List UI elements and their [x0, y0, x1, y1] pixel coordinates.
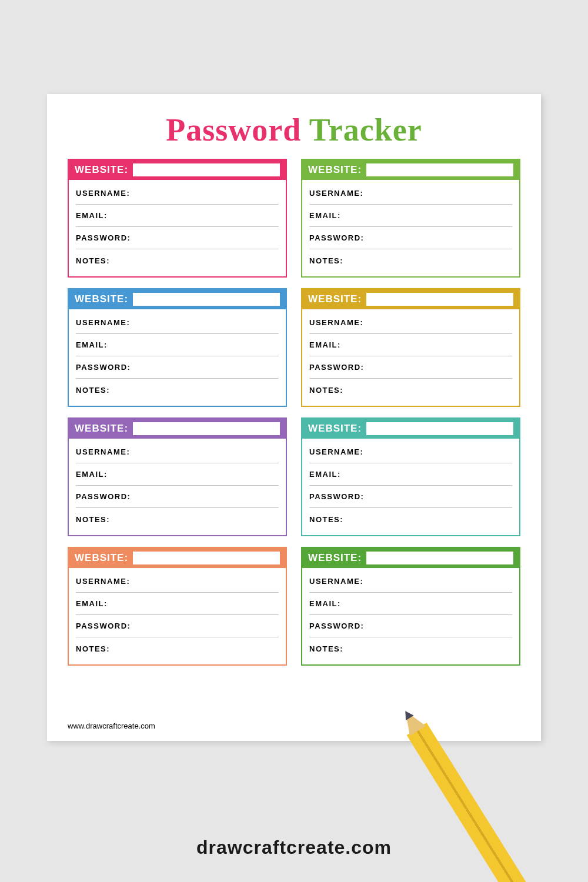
email-field[interactable]: EMAIL:	[76, 205, 279, 227]
email-field[interactable]: EMAIL:	[76, 334, 279, 356]
website-label: WEBSITE:	[308, 164, 362, 176]
password-field[interactable]: PASSWORD:	[309, 615, 512, 637]
username-field[interactable]: USERNAME:	[76, 182, 279, 205]
email-field[interactable]: EMAIL:	[76, 593, 279, 615]
card-body: USERNAME:EMAIL:PASSWORD:NOTES:	[69, 309, 286, 406]
notes-label: NOTES:	[309, 644, 343, 653]
notes-field[interactable]: NOTES:	[76, 379, 279, 401]
website-input[interactable]	[133, 422, 280, 435]
username-field[interactable]: USERNAME:	[309, 441, 512, 463]
username-label: USERNAME:	[76, 577, 130, 586]
email-label: EMAIL:	[309, 599, 341, 608]
password-card: WEBSITE:USERNAME:EMAIL:PASSWORD:NOTES:	[68, 159, 287, 278]
notes-label: NOTES:	[76, 386, 110, 395]
password-label: PASSWORD:	[309, 492, 364, 501]
username-field[interactable]: USERNAME:	[76, 570, 279, 593]
website-label: WEBSITE:	[308, 552, 362, 564]
website-label: WEBSITE:	[75, 164, 128, 176]
username-field[interactable]: USERNAME:	[309, 570, 512, 593]
password-label: PASSWORD:	[309, 622, 364, 630]
password-card: WEBSITE:USERNAME:EMAIL:PASSWORD:NOTES:	[301, 159, 520, 278]
card-header: WEBSITE:	[69, 160, 286, 180]
email-label: EMAIL:	[76, 599, 108, 608]
username-field[interactable]: USERNAME:	[309, 182, 512, 205]
password-label: PASSWORD:	[309, 363, 364, 372]
email-field[interactable]: EMAIL:	[309, 334, 512, 356]
password-field[interactable]: PASSWORD:	[309, 486, 512, 508]
username-label: USERNAME:	[309, 447, 363, 456]
password-card: WEBSITE:USERNAME:EMAIL:PASSWORD:NOTES:	[68, 288, 287, 407]
card-body: USERNAME:EMAIL:PASSWORD:NOTES:	[302, 180, 519, 276]
password-field[interactable]: PASSWORD:	[309, 356, 512, 379]
title-word-1: Password	[166, 112, 301, 148]
notes-field[interactable]: NOTES:	[76, 637, 279, 660]
email-field[interactable]: EMAIL:	[309, 593, 512, 615]
website-input[interactable]	[133, 163, 280, 176]
website-label: WEBSITE:	[75, 423, 128, 435]
card-header: WEBSITE:	[302, 289, 519, 309]
email-label: EMAIL:	[76, 340, 108, 349]
password-label: PASSWORD:	[76, 363, 131, 372]
email-label: EMAIL:	[76, 470, 108, 479]
password-card: WEBSITE:USERNAME:EMAIL:PASSWORD:NOTES:	[301, 417, 520, 536]
notes-field[interactable]: NOTES:	[309, 637, 512, 660]
notes-field[interactable]: NOTES:	[76, 508, 279, 530]
notes-label: NOTES:	[76, 644, 110, 653]
notes-label: NOTES:	[76, 515, 110, 524]
footer-url: www.drawcraftcreate.com	[68, 721, 155, 730]
email-label: EMAIL:	[309, 470, 341, 479]
website-input[interactable]	[133, 552, 280, 564]
website-input[interactable]	[366, 293, 513, 306]
password-card: WEBSITE:USERNAME:EMAIL:PASSWORD:NOTES:	[301, 288, 520, 407]
website-input[interactable]	[366, 163, 513, 176]
worksheet-page: Password Tracker WEBSITE:USERNAME:EMAIL:…	[47, 94, 541, 741]
username-label: USERNAME:	[76, 447, 130, 456]
password-field[interactable]: PASSWORD:	[76, 486, 279, 508]
username-label: USERNAME:	[76, 189, 130, 198]
username-field[interactable]: USERNAME:	[76, 441, 279, 463]
card-body: USERNAME:EMAIL:PASSWORD:NOTES:	[69, 568, 286, 664]
password-field[interactable]: PASSWORD:	[76, 227, 279, 249]
email-label: EMAIL:	[309, 211, 341, 220]
notes-field[interactable]: NOTES:	[76, 249, 279, 272]
email-label: EMAIL:	[76, 211, 108, 220]
email-field[interactable]: EMAIL:	[76, 463, 279, 486]
brand-watermark: drawcraftcreate.com	[0, 837, 588, 858]
username-field[interactable]: USERNAME:	[76, 312, 279, 334]
password-field[interactable]: PASSWORD:	[76, 615, 279, 637]
website-input[interactable]	[133, 293, 280, 306]
card-header: WEBSITE:	[69, 548, 286, 568]
notes-label: NOTES:	[309, 256, 343, 265]
email-label: EMAIL:	[309, 340, 341, 349]
notes-label: NOTES:	[76, 256, 110, 265]
card-header: WEBSITE:	[69, 289, 286, 309]
website-label: WEBSITE:	[308, 293, 362, 305]
password-label: PASSWORD:	[309, 233, 364, 242]
email-field[interactable]: EMAIL:	[309, 205, 512, 227]
password-card: WEBSITE:USERNAME:EMAIL:PASSWORD:NOTES:	[68, 417, 287, 536]
email-field[interactable]: EMAIL:	[309, 463, 512, 486]
password-label: PASSWORD:	[76, 233, 131, 242]
password-field[interactable]: PASSWORD:	[76, 356, 279, 379]
password-field[interactable]: PASSWORD:	[309, 227, 512, 249]
website-input[interactable]	[366, 422, 513, 435]
username-label: USERNAME:	[309, 318, 363, 327]
notes-field[interactable]: NOTES:	[309, 379, 512, 401]
password-label: PASSWORD:	[76, 492, 131, 501]
website-label: WEBSITE:	[75, 552, 128, 564]
card-body: USERNAME:EMAIL:PASSWORD:NOTES:	[302, 439, 519, 535]
notes-label: NOTES:	[309, 515, 343, 524]
notes-field[interactable]: NOTES:	[309, 249, 512, 272]
card-body: USERNAME:EMAIL:PASSWORD:NOTES:	[302, 309, 519, 406]
card-body: USERNAME:EMAIL:PASSWORD:NOTES:	[302, 568, 519, 664]
notes-field[interactable]: NOTES:	[309, 508, 512, 530]
username-field[interactable]: USERNAME:	[309, 312, 512, 334]
username-label: USERNAME:	[309, 577, 363, 586]
notes-label: NOTES:	[309, 386, 343, 395]
password-label: PASSWORD:	[76, 622, 131, 630]
card-grid: WEBSITE:USERNAME:EMAIL:PASSWORD:NOTES:WE…	[68, 159, 520, 666]
card-header: WEBSITE:	[302, 548, 519, 568]
card-header: WEBSITE:	[302, 419, 519, 439]
website-input[interactable]	[366, 552, 513, 564]
password-card: WEBSITE:USERNAME:EMAIL:PASSWORD:NOTES:	[68, 547, 287, 666]
